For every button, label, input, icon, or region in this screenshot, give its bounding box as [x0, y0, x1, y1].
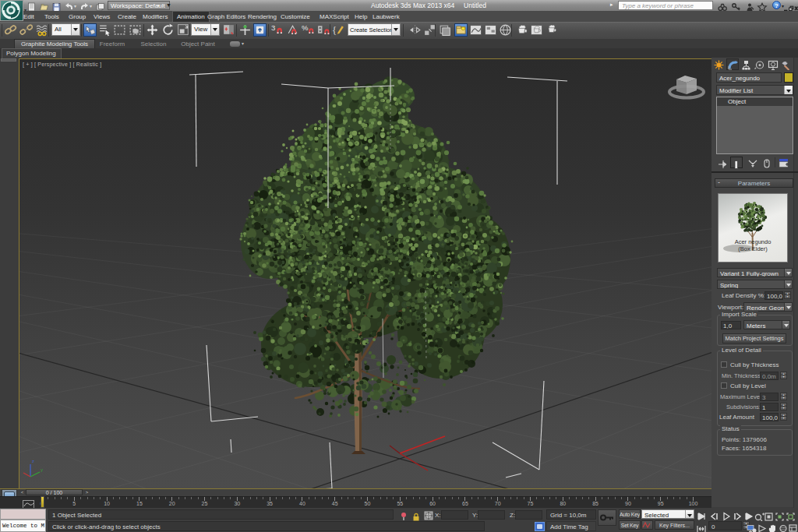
svg-text:y: y — [41, 467, 43, 472]
svg-text:Acer negundo: Acer negundo — [735, 238, 772, 245]
svg-text:(Box Elder): (Box Elder) — [738, 245, 768, 252]
svg-text:{: { — [332, 25, 337, 36]
svg-text:3: 3 — [271, 23, 275, 32]
svg-text:%: % — [302, 23, 309, 32]
svg-text:z: z — [32, 459, 34, 463]
